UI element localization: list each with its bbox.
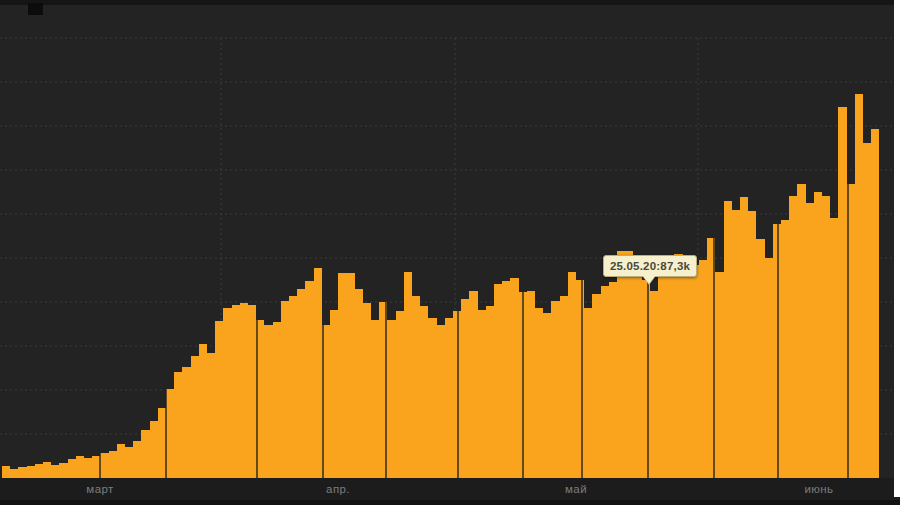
- bar[interactable]: [453, 311, 461, 478]
- bar[interactable]: [765, 258, 773, 478]
- bar[interactable]: [674, 254, 683, 478]
- bar[interactable]: [789, 196, 797, 478]
- bar[interactable]: [396, 311, 404, 478]
- bar[interactable]: [551, 301, 560, 478]
- bar[interactable]: [387, 320, 396, 478]
- bar[interactable]: [232, 305, 240, 478]
- bar[interactable]: [68, 459, 76, 478]
- bar[interactable]: [150, 421, 158, 478]
- bar[interactable]: [273, 322, 281, 478]
- bar[interactable]: [84, 458, 92, 478]
- bar[interactable]: [699, 260, 707, 478]
- bar[interactable]: [289, 296, 297, 478]
- bar[interactable]: [428, 318, 437, 478]
- bar[interactable]: [355, 289, 363, 478]
- bar[interactable]: [51, 465, 59, 478]
- bar[interactable]: [486, 306, 494, 478]
- bar[interactable]: [601, 286, 609, 478]
- bar[interactable]: [756, 239, 765, 478]
- bar[interactable]: [732, 210, 740, 478]
- bar[interactable]: [510, 278, 519, 478]
- bar[interactable]: [560, 296, 568, 478]
- bar[interactable]: [568, 272, 576, 478]
- bar-chart-canvas[interactable]: [0, 0, 900, 505]
- bar[interactable]: [420, 306, 428, 478]
- bar[interactable]: [117, 444, 125, 478]
- bar[interactable]: [724, 201, 732, 478]
- bar[interactable]: [617, 251, 625, 478]
- bar[interactable]: [740, 197, 748, 478]
- bar[interactable]: [527, 291, 535, 478]
- bar[interactable]: [855, 94, 863, 478]
- bar[interactable]: [691, 265, 699, 478]
- bar[interactable]: [838, 107, 847, 478]
- bar[interactable]: [461, 299, 469, 478]
- bar[interactable]: [592, 294, 601, 478]
- bar[interactable]: [609, 282, 617, 478]
- bar[interactable]: [748, 211, 756, 478]
- bar[interactable]: [109, 451, 117, 478]
- bar[interactable]: [806, 203, 814, 478]
- bar[interactable]: [469, 291, 478, 478]
- bar[interactable]: [43, 462, 51, 478]
- bar[interactable]: [264, 325, 273, 478]
- bar[interactable]: [314, 268, 322, 478]
- bar[interactable]: [182, 367, 191, 478]
- bar[interactable]: [240, 303, 248, 478]
- bar[interactable]: [76, 456, 84, 478]
- bar[interactable]: [715, 272, 724, 478]
- bar[interactable]: [248, 305, 256, 478]
- bar[interactable]: [174, 372, 182, 478]
- bar[interactable]: [830, 218, 838, 478]
- bar[interactable]: [166, 389, 174, 478]
- bar[interactable]: [502, 281, 510, 478]
- bar[interactable]: [363, 303, 371, 478]
- bar[interactable]: [207, 353, 215, 478]
- bar[interactable]: [814, 192, 822, 478]
- bar[interactable]: [797, 184, 806, 478]
- bar[interactable]: [92, 456, 100, 478]
- bar[interactable]: [297, 289, 305, 478]
- bar[interactable]: [543, 313, 551, 478]
- bar[interactable]: [535, 308, 543, 478]
- bar[interactable]: [625, 251, 633, 478]
- bar[interactable]: [437, 325, 445, 478]
- bar[interactable]: [445, 318, 453, 478]
- bar[interactable]: [781, 220, 789, 478]
- bar[interactable]: [191, 356, 199, 478]
- bar[interactable]: [871, 129, 879, 478]
- bar[interactable]: [666, 259, 674, 478]
- bar[interactable]: [338, 273, 346, 478]
- bar[interactable]: [199, 344, 207, 478]
- bar[interactable]: [18, 467, 27, 478]
- bar[interactable]: [478, 310, 486, 478]
- bar[interactable]: [346, 273, 355, 478]
- bar[interactable]: [494, 284, 502, 478]
- bar[interactable]: [141, 430, 150, 478]
- bar[interactable]: [223, 308, 232, 478]
- bar[interactable]: [158, 408, 166, 478]
- bar[interactable]: [683, 263, 691, 478]
- bar[interactable]: [133, 441, 141, 478]
- bar[interactable]: [404, 272, 412, 478]
- bar[interactable]: [281, 301, 289, 478]
- bar[interactable]: [822, 196, 830, 478]
- bar[interactable]: [215, 321, 223, 478]
- bar[interactable]: [633, 260, 642, 478]
- bar[interactable]: [59, 463, 68, 478]
- bar[interactable]: [412, 296, 420, 478]
- bar[interactable]: [305, 281, 314, 478]
- bar[interactable]: [35, 464, 43, 478]
- bar[interactable]: [773, 224, 781, 478]
- bar[interactable]: [330, 310, 338, 478]
- bar[interactable]: [125, 447, 133, 478]
- bar[interactable]: [658, 270, 666, 478]
- bar[interactable]: [584, 308, 592, 478]
- bar[interactable]: [27, 466, 35, 478]
- bar[interactable]: [100, 453, 109, 478]
- bar[interactable]: [2, 466, 10, 478]
- bar[interactable]: [650, 291, 658, 478]
- bar[interactable]: [10, 469, 18, 478]
- bar[interactable]: [371, 320, 379, 478]
- bar[interactable]: [863, 143, 871, 478]
